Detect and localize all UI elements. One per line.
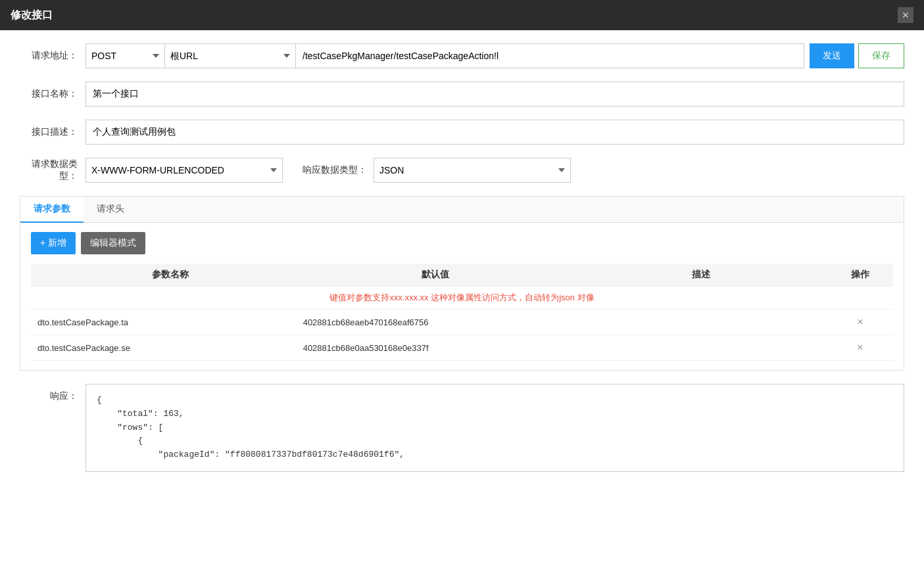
interface-desc-row: 接口描述： (20, 120, 904, 145)
request-address-controls: POST GET PUT DELETE PATCH 根URL 自定义 (85, 43, 804, 68)
header-param-desc: 描述 (568, 269, 834, 281)
delete-param-2-button[interactable]: × (852, 340, 868, 355)
params-table-header: 参数名称 默认值 描述 操作 (31, 264, 893, 287)
close-button[interactable]: ✕ (898, 7, 913, 23)
header-param-name: 参数名称 (37, 269, 303, 281)
response-data-type-select[interactable]: JSON XML TEXT (374, 158, 571, 183)
interface-desc-label: 接口描述： (20, 126, 85, 138)
title-bar: 修改接口 ✕ (0, 0, 924, 30)
response-content: { "total": 163, "rows": [ { "packageId":… (85, 384, 904, 472)
dialog-title: 修改接口 (11, 9, 53, 22)
table-row: dto.testCasePackage.ta 402881cb68eaeb470… (31, 310, 893, 335)
interface-name-row: 接口名称： (20, 81, 904, 106)
url-path-input[interactable] (296, 43, 804, 68)
request-data-type-select[interactable]: X-WWW-FORM-URLENCODED JSON XML MULTIPART (85, 158, 283, 183)
params-toolbar: + 新增 编辑器模式 (31, 232, 893, 254)
param-action-2: × (834, 340, 887, 355)
editor-mode-button[interactable]: 编辑器模式 (81, 232, 145, 254)
dialog: 修改接口 ✕ 请求地址： POST GET PUT DELETE PATCH 根… (0, 0, 924, 581)
header-param-value: 默认值 (303, 269, 569, 281)
response-type-group: 响应数据类型： JSON XML TEXT (303, 158, 571, 183)
param-value-1: 402881cb68eaeb470168eaf6756 (303, 317, 569, 327)
tabs-bar: 请求参数 请求头 (20, 197, 904, 223)
tab-content-request-params: + 新增 编辑器模式 参数名称 默认值 描述 操作 键值对参数支持xxx.xxx… (20, 223, 904, 370)
data-type-row: 请求数据类型： X-WWW-FORM-URLENCODED JSON XML M… (20, 158, 904, 183)
save-button[interactable]: 保存 (858, 43, 904, 68)
param-action-1: × (834, 315, 887, 329)
request-address-label: 请求地址： (20, 50, 85, 62)
response-data-type-label: 响应数据类型： (303, 164, 367, 176)
request-address-row: 请求地址： POST GET PUT DELETE PATCH 根URL 自定义… (20, 43, 904, 68)
add-param-button[interactable]: + 新增 (31, 232, 76, 254)
response-section: 响应： { "total": 163, "rows": [ { "package… (20, 384, 904, 472)
method-select[interactable]: POST GET PUT DELETE PATCH (85, 43, 164, 68)
request-data-type-label: 请求数据类型： (20, 158, 85, 182)
delete-param-1-button[interactable]: × (852, 315, 868, 329)
tabs-section: 请求参数 请求头 + 新增 编辑器模式 参数名称 默认值 描述 操作 (20, 196, 904, 371)
param-name-1: dto.testCasePackage.ta (37, 317, 303, 327)
send-button[interactable]: 发送 (810, 43, 854, 68)
url-type-select[interactable]: 根URL 自定义 (164, 43, 296, 68)
header-param-action: 操作 (834, 269, 887, 281)
table-row: dto.testCasePackage.se 402881cb68e0aa530… (31, 335, 893, 361)
param-name-2: dto.testCasePackage.se (37, 343, 303, 353)
param-value-2: 402881cb68e0aa530168e0e337f (303, 343, 569, 353)
interface-name-input[interactable] (85, 81, 904, 106)
tab-request-params[interactable]: 请求参数 (20, 197, 84, 223)
params-table: 参数名称 默认值 描述 操作 键值对参数支持xxx.xxx.xx 这种对像属性访… (31, 264, 893, 361)
params-hint: 键值对参数支持xxx.xxx.xx 这种对像属性访问方式，自动转为json 对像 (31, 287, 893, 310)
tab-request-headers[interactable]: 请求头 (84, 197, 137, 223)
interface-name-label: 接口名称： (20, 88, 85, 100)
dialog-body: 请求地址： POST GET PUT DELETE PATCH 根URL 自定义… (0, 30, 924, 581)
interface-desc-input[interactable] (85, 120, 904, 145)
response-label: 响应： (20, 384, 85, 402)
